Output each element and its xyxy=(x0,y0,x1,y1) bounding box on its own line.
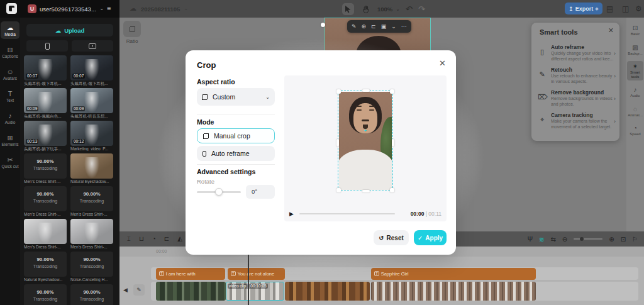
redo-icon[interactable]: ↷ xyxy=(418,4,425,14)
media-item[interactable]: 00:09头戴耳机-听音乐想... xyxy=(70,88,113,121)
auto-reframe-button[interactable]: Auto reframe xyxy=(197,146,275,161)
crop-icon[interactable]: ⊏ xyxy=(164,235,169,243)
media-item-label: Men's Dress Shirt-... xyxy=(24,212,67,216)
media-item[interactable]: 90.00%Transcoding xyxy=(70,284,113,305)
media-item[interactable]: 90.00%TranscodingNoise-Canceling H... xyxy=(70,252,113,284)
smart-tool-remove-background[interactable]: ⌦Remove backgroundRemove backgrounds in … xyxy=(536,87,617,109)
manual-crop-button[interactable]: Manual crop xyxy=(197,128,275,143)
smart-tool-retouch[interactable]: ✎RetouchUse retouch to enhance beauty in… xyxy=(536,64,617,87)
chevron-down-icon[interactable]: ⌄ xyxy=(391,23,396,30)
media-item[interactable]: Natural Eyeshadow... xyxy=(70,153,113,186)
track-mute-icon[interactable]: ◀ xyxy=(123,287,128,293)
split-icon[interactable]: ⌶ xyxy=(127,235,131,243)
cursor-tool-button[interactable] xyxy=(342,3,354,15)
media-item[interactable]: 90.00%TranscodingMen's Dress Shirt-... xyxy=(70,186,113,219)
zoom-in-icon[interactable]: ⊕ xyxy=(609,236,614,243)
rail-item-animat-[interactable]: ◌Animat... xyxy=(627,104,643,119)
rail-item-basic[interactable]: ⊡Basic xyxy=(627,23,643,38)
video-clip[interactable] xyxy=(371,282,536,301)
mic-icon[interactable]: Ψ xyxy=(528,236,533,243)
sidebar-item-avatars[interactable]: ☺Avatars xyxy=(1,65,19,83)
hand-tool-button[interactable] xyxy=(360,3,372,15)
sidebar-item-quick-cut[interactable]: ✂Quick cut xyxy=(1,153,19,171)
text-clip[interactable]: TSapphire Girl xyxy=(371,268,536,280)
media-item[interactable]: Men's Dress Shirt-... xyxy=(24,219,67,252)
avatar[interactable]: U xyxy=(28,4,36,13)
reset-button[interactable]: ↺ Reset xyxy=(374,230,409,245)
sidebar-item-media[interactable]: ☁Media xyxy=(1,21,19,39)
snap-icon[interactable]: ⚐ xyxy=(632,236,638,243)
smart-tools-icon: ✶ xyxy=(633,63,638,70)
crop-selection[interactable] xyxy=(338,91,393,191)
play-icon[interactable]: ▶ xyxy=(289,211,294,217)
username[interactable]: user502961733543... xyxy=(40,6,96,13)
chevron-down-icon[interactable]: ⌄ xyxy=(184,5,189,11)
text-clip[interactable]: TYou are not alone xyxy=(228,268,285,280)
layout-icon[interactable]: ◫ xyxy=(622,4,629,13)
adjust-icon[interactable]: ✎ xyxy=(352,23,357,30)
smart-tool-auto-reframe[interactable]: ▯Auto reframeQuickly change your video i… xyxy=(536,42,617,64)
delete-icon[interactable]: ⊔ xyxy=(139,235,144,243)
crop-icon[interactable]: ⊏ xyxy=(371,23,376,30)
freeze-icon[interactable]: ◔ xyxy=(152,235,156,243)
sidebar-item-audio[interactable]: ♪Audio xyxy=(1,109,19,127)
add-icon[interactable]: ⊕ xyxy=(362,23,367,30)
video-clip-selected[interactable]: video clip 1 00:10:05 xyxy=(226,282,284,301)
rail-item-smart-tools[interactable]: ✶Smart tools xyxy=(627,61,643,80)
media-item[interactable]: 00:07头戴耳机-颈下耳机... xyxy=(24,55,67,88)
slider-handle[interactable] xyxy=(215,188,223,196)
upload-button[interactable]: ☁ Upload xyxy=(26,24,113,36)
media-item[interactable]: 00:09头戴耳机-佩戴白色... xyxy=(24,88,67,121)
from-phone-button[interactable] xyxy=(26,40,68,52)
audio-split-icon[interactable]: ⇆ xyxy=(550,236,555,243)
chevron-down-icon[interactable]: ⌄ xyxy=(396,6,400,12)
chevron-down-icon[interactable]: ⌄ xyxy=(99,5,104,11)
video-clip[interactable] xyxy=(156,282,226,301)
export-button[interactable]: ↥ Export ◆ xyxy=(565,3,602,14)
ratio-button[interactable] xyxy=(123,21,141,37)
workspace-menu-icon[interactable]: ≡ xyxy=(107,4,111,12)
media-item[interactable]: 00:07头戴耳机-颈下耳机... xyxy=(70,55,113,88)
video-clip[interactable] xyxy=(285,282,370,301)
zoom-level[interactable]: 100% xyxy=(377,6,392,13)
media-item[interactable]: Men's Dress Shirt-... xyxy=(70,219,113,252)
voice-effect-icon[interactable]: ≋ xyxy=(539,236,544,243)
sidebar-item-elements[interactable]: ⊞Elements xyxy=(1,131,19,149)
print-icon[interactable]: ▤ xyxy=(606,4,613,13)
text-clip[interactable]: TI am here with xyxy=(156,268,225,280)
media-item[interactable]: 90.00%Transcoding xyxy=(24,284,67,305)
rail-item-backgr-[interactable]: ▧Backgr... xyxy=(627,42,643,58)
zoom-slider[interactable] xyxy=(574,238,602,240)
sidebar-item-text[interactable]: TText xyxy=(1,87,19,105)
media-item[interactable]: 90.00%TranscodingMen's Dress Shirt-... xyxy=(24,186,67,219)
capcut-editor: Ratio ✎⊕⊏▣⌄⋯ ⊡Basic▧Backgr...✶Smart tool… xyxy=(0,0,644,305)
media-item[interactable]: 90.00%TranscodingNatural Eyeshadow... xyxy=(24,252,67,284)
rotate-value[interactable]: 0° xyxy=(246,185,275,199)
sidebar-item-captions[interactable]: ⊟Captions xyxy=(1,43,19,61)
elements-icon: ⊞ xyxy=(7,134,13,141)
apply-button[interactable]: ✓ Apply xyxy=(414,230,447,245)
rail-item-audio[interactable]: ♪Audio xyxy=(627,84,643,100)
settings-gear-icon[interactable]: ⚙ xyxy=(635,4,642,13)
project-name[interactable]: 202508211105 xyxy=(141,6,180,13)
seek-bar[interactable] xyxy=(299,213,395,214)
undo-icon[interactable]: ↶ xyxy=(406,4,413,14)
smart-tool-camera-tracking[interactable]: ⌖Camera trackingMake your camera follow … xyxy=(536,109,617,132)
zoom-out-icon[interactable]: ⊖ xyxy=(562,236,567,243)
track-edit-icon[interactable]: ✎ xyxy=(133,284,145,296)
from-screen-button[interactable] xyxy=(72,40,113,52)
overlay-icon[interactable]: ▣ xyxy=(381,23,387,30)
close-icon[interactable]: ✕ xyxy=(439,58,446,68)
rail-item-speed[interactable]: ◔Speed xyxy=(627,123,643,138)
media-item[interactable]: 90.00%TranscodingMen's Dress Shirt-... xyxy=(24,153,67,186)
capcut-logo-icon[interactable] xyxy=(6,3,17,14)
close-icon[interactable]: ✕ xyxy=(608,26,614,35)
rotate-slider[interactable] xyxy=(197,191,241,193)
media-item[interactable]: 00:13头戴耳机-躺下玩手... xyxy=(24,121,67,153)
more-icon[interactable]: ⋯ xyxy=(401,23,407,30)
media-item[interactable]: 00:12Marketing_video_P... xyxy=(70,121,113,153)
aspect-ratio-dropdown[interactable]: Custom ⌄ xyxy=(197,88,275,106)
mirror-icon[interactable]: ◭ xyxy=(177,235,182,243)
fit-timeline-icon[interactable]: ⊡ xyxy=(621,236,626,243)
selection-handle[interactable] xyxy=(321,23,325,27)
